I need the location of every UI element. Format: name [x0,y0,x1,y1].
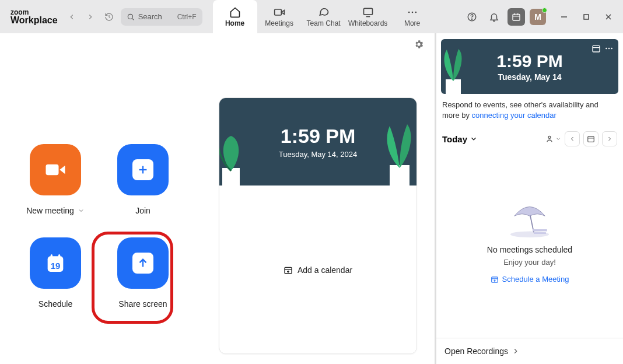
schedule-meeting-link[interactable]: Schedule a Meeting [491,275,569,284]
schedule-action: 19 Schedule [12,237,99,331]
video-camera-icon [43,157,68,183]
calendar-app-button[interactable] [508,8,525,26]
svg-rect-40 [588,136,594,142]
today-dropdown[interactable]: Today [442,134,478,144]
nav-arrows [64,9,117,25]
tab-more-label: More [404,19,420,27]
calendar-plus-icon [284,265,293,275]
chevron-right-icon [512,347,520,355]
tab-more[interactable]: More [390,0,435,33]
notifications-button[interactable] [485,8,503,26]
svg-rect-44 [533,229,547,232]
right-panel: 1:59 PM Tuesday, May 14 Respond to event… [435,33,623,364]
window-controls [554,8,618,26]
connect-calendar-link[interactable]: connecting your calendar [472,111,556,120]
minimize-button[interactable] [554,8,574,26]
tab-whiteboards-label: Whiteboards [348,19,387,27]
schedule-label: Schedule [38,299,72,309]
topbar-right: M [463,8,618,26]
help-button[interactable] [463,8,481,26]
tab-whiteboards[interactable]: Whiteboards [346,0,390,33]
share-screen-label: Share screen [118,299,167,309]
svg-rect-45 [534,232,546,234]
svg-rect-2 [274,9,281,15]
hero-more-icon[interactable] [604,44,614,55]
search-placeholder: Search [138,12,162,21]
svg-rect-19 [46,164,59,175]
calendar-card: 1:59 PM Tuesday, May 14, 2024 Add a cale… [219,97,417,354]
home-icon [229,6,241,18]
brand-line2: Workplace [10,16,58,25]
video-icon [274,6,285,18]
brand-line1: zoom [10,9,58,16]
hero-calendar-icon[interactable] [592,44,601,55]
tab-teamchat[interactable]: Team Chat [302,0,346,33]
svg-point-8 [415,11,416,13]
join-label: Join [135,206,150,215]
share-screen-button[interactable] [117,237,169,289]
nav-forward-button[interactable] [82,9,99,25]
whiteboard-icon [362,6,374,18]
settings-button[interactable] [414,39,424,52]
open-recordings-button[interactable]: Open Recordings [436,338,623,364]
search-input[interactable]: Search Ctrl+F [121,8,202,26]
brand: zoom Workplace [10,9,58,25]
svg-point-36 [606,48,607,49]
right-time: 1:59 PM [496,51,562,71]
presence-dot [542,8,547,13]
more-icon [407,6,418,18]
new-meeting-action: New meeting [12,144,99,237]
calendar-view-button[interactable] [583,131,598,146]
calendar-day: 19 [51,261,61,271]
tab-meetings-label: Meetings [265,19,293,27]
plus-icon [132,159,153,180]
svg-point-6 [408,11,410,13]
search-shortcut: Ctrl+F [177,13,197,21]
empty-line2: Enjoy your day! [503,258,556,267]
nav-back-button[interactable] [64,9,80,25]
avatar[interactable]: M [530,9,546,25]
tab-teamchat-label: Team Chat [307,19,341,27]
empty-state: No meetings scheduled Enjoy your day! Sc… [436,146,623,338]
svg-point-37 [608,48,610,49]
main-area: New meeting Join 19 [0,33,623,364]
svg-rect-24 [51,254,52,258]
svg-rect-33 [446,79,461,94]
chevron-down-icon [78,207,85,214]
next-button[interactable] [602,131,617,146]
home-pane: New meeting Join 19 [0,33,435,364]
share-screen-action: Share screen [99,237,187,331]
chat-icon [318,6,330,18]
right-hero: 1:59 PM Tuesday, May 14 [441,39,618,94]
plant-icon [219,133,249,186]
prev-button[interactable] [565,131,580,146]
svg-point-42 [510,232,550,238]
calendar-plus-icon [491,275,499,284]
close-button[interactable] [598,8,618,26]
svg-rect-4 [363,8,372,15]
svg-point-39 [548,136,551,139]
join-button[interactable] [117,144,169,195]
svg-point-38 [611,48,612,49]
avatar-initial: M [534,12,541,22]
main-tabs: Home Meetings Team Chat Whiteboards More [213,0,435,33]
svg-rect-34 [593,46,600,52]
chevron-down-icon [470,135,478,143]
card-date: Tuesday, May 14, 2024 [279,150,357,159]
upload-icon [132,253,153,274]
tab-meetings[interactable]: Meetings [257,0,302,33]
schedule-button[interactable]: 19 [30,237,81,289]
maximize-button[interactable] [576,8,596,26]
umbrella-icon [503,201,556,242]
add-calendar-button[interactable]: Add a calendar [219,186,416,354]
join-action: Join [99,144,187,237]
svg-line-1 [132,18,134,20]
new-meeting-label[interactable]: New meeting [26,206,85,215]
tab-home[interactable]: Home [213,0,257,33]
new-meeting-button[interactable] [30,144,81,195]
svg-rect-28 [390,165,410,186]
nav-history-button[interactable] [101,9,117,25]
people-filter-button[interactable] [546,131,561,146]
search-icon [127,13,135,21]
card-time: 1:59 PM [281,125,356,148]
